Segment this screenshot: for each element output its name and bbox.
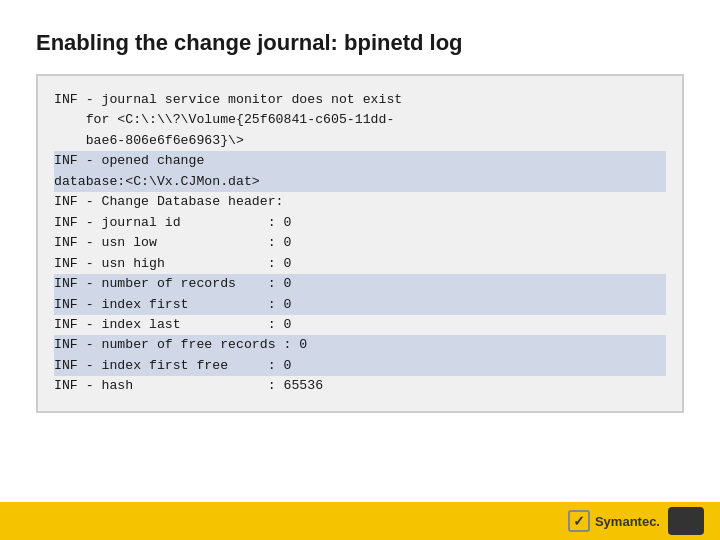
code-line: INF - Change Database header: — [54, 192, 666, 212]
code-line: INF - hash : 65536 — [54, 376, 666, 396]
code-line: INF - index first free : 0 — [54, 356, 666, 376]
code-line: INF - usn high : 0 — [54, 254, 666, 274]
code-line: bae6-806e6f6e6963}\> — [54, 131, 666, 151]
code-line: INF - journal service monitor does not e… — [54, 90, 666, 110]
code-line: INF - index first : 0 — [54, 295, 666, 315]
code-line: INF - number of records : 0 — [54, 274, 666, 294]
code-line: INF - opened change — [54, 151, 666, 171]
code-line: database:<C:\Vx.CJMon.dat> — [54, 172, 666, 192]
footer-bar: ✓ Symantec. — [0, 502, 720, 540]
slide-title: Enabling the change journal: bpinetd log — [36, 30, 684, 56]
code-line: for <C:\:\\?\Volume{25f60841-c605-11dd- — [54, 110, 666, 130]
slide-container: Enabling the change journal: bpinetd log… — [0, 0, 720, 540]
symantec-dark-box — [668, 507, 704, 535]
code-line: INF - number of free records : 0 — [54, 335, 666, 355]
symantec-logo: ✓ Symantec. — [568, 510, 660, 532]
symantec-check-icon: ✓ — [568, 510, 590, 532]
code-block: INF - journal service monitor does not e… — [36, 74, 684, 413]
code-line: INF - usn low : 0 — [54, 233, 666, 253]
code-line: INF - index last : 0 — [54, 315, 666, 335]
code-line: INF - journal id : 0 — [54, 213, 666, 233]
symantec-label: Symantec. — [595, 514, 660, 529]
